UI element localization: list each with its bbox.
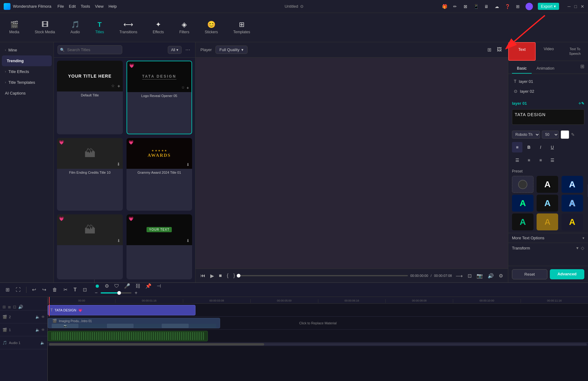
track1-eye-icon[interactable]: 👁 [41, 328, 45, 332]
audio1-speaker-icon[interactable]: 🔈 [40, 341, 45, 345]
toolbar-templates[interactable]: ⊞ Templates [230, 19, 253, 36]
tl-snap-icon[interactable]: 📌 [143, 282, 153, 290]
panel-title-templates[interactable]: › Title Templates [0, 77, 54, 88]
more-text-options[interactable]: More Text Options ▾ [508, 233, 588, 243]
arrow-right-icon[interactable]: ⟶ [454, 272, 464, 280]
layer-02-item[interactable]: ⊙ layer 02 [511, 86, 586, 96]
tl-zoom-track[interactable] [101, 292, 131, 294]
tl-video-clip[interactable]: 🎬 Imaging Produ...Intro 01 📷 [48, 318, 220, 328]
toolbar-audio[interactable]: 🎵 Audio [67, 19, 83, 36]
title-card-film-ending[interactable]: 💗 🏔 ⬇ Film Ending Credits Title 10 [57, 138, 123, 210]
tl-clip-icon[interactable]: ⊡ [81, 286, 89, 294]
pen-icon[interactable]: ✏ [452, 4, 458, 9]
curly-right-button[interactable]: } [232, 272, 236, 280]
title-card-6[interactable]: 💗 YOUR TEXT ⬇ [127, 214, 192, 279]
film-ending-download-icon[interactable]: ⬇ [117, 162, 120, 167]
user-avatar[interactable] [526, 3, 533, 10]
tl-trash-icon[interactable]: 🗑 [50, 286, 59, 294]
snapshot-icon[interactable]: 📷 [475, 272, 484, 280]
toolbar-effects[interactable]: ✦ Effects [150, 19, 167, 36]
settings-icon[interactable]: ⚙ [497, 272, 504, 280]
layer-01-item[interactable]: T layer 01 [511, 76, 586, 86]
track1-speaker-icon[interactable]: 🔈 [35, 328, 40, 332]
preset-7[interactable]: A [537, 213, 558, 230]
tl-text-icon[interactable]: T [72, 286, 79, 294]
font-family-select[interactable]: Roboto Th [512, 131, 540, 139]
transform-row[interactable]: Transform ▾ ◇ [508, 243, 588, 253]
minimize-button[interactable]: ─ [568, 4, 571, 9]
tl-audio-clip[interactable] [48, 331, 208, 341]
timeline-content[interactable]: 00:00 00:00:01:16 00:00:03:08 00:00:05:0… [48, 297, 588, 381]
sub-tab-extra-icon[interactable]: ⊞ [580, 63, 584, 74]
tl-split-icon[interactable]: ⊣ [155, 282, 163, 290]
tl-playhead[interactable] [49, 297, 50, 303]
sub-tab-animation[interactable]: Animation [532, 63, 559, 74]
titles-filter[interactable]: All ▾ [168, 46, 182, 54]
menu-edit[interactable]: Edit [69, 4, 76, 9]
preview-icon[interactable]: 🖼 [496, 46, 503, 54]
text-content-input[interactable] [512, 109, 584, 125]
progress-bar[interactable] [239, 275, 408, 276]
tl-record-icon[interactable]: ⏺ [93, 282, 102, 290]
question-icon[interactable]: ❓ [505, 4, 510, 9]
font-color-picker[interactable] [561, 130, 569, 139]
toolbar-stock-media[interactable]: 🎞 Stock Media [32, 19, 58, 36]
title-card-grammy[interactable]: 💗 ★ ★ ★ ★ ★ AWARDS ⬇ Grammy Award 2024 T… [127, 138, 192, 210]
align-center-button[interactable]: ≡ [524, 155, 534, 165]
tl-zoom-plus-icon[interactable]: + [133, 289, 139, 297]
tl-layout-icon[interactable]: ⊞ [4, 286, 11, 294]
title-card-5[interactable]: 💗 🏔 ⬇ [57, 214, 123, 279]
logo-reveal-star-icon[interactable]: ☆ [181, 85, 185, 90]
toolbar-stickers[interactable]: 😊 Stickers [202, 19, 221, 36]
color-picker-icon[interactable]: ✎ [571, 132, 575, 137]
card6-download-icon[interactable]: ⬇ [186, 238, 190, 243]
format-bold-button[interactable]: B [524, 142, 534, 152]
align-right-button[interactable]: ≡ [535, 155, 546, 165]
maximize-button[interactable]: □ [574, 4, 577, 9]
preset-1[interactable]: A [537, 176, 558, 193]
tab-video[interactable]: Video [536, 42, 562, 61]
toolbar-filters[interactable]: ◈ Filters [176, 19, 192, 36]
tl-zoom-minus-icon[interactable]: − [93, 289, 99, 297]
skip-back-button[interactable]: ⏮ [199, 272, 207, 280]
phone-icon[interactable]: 📱 [473, 4, 479, 9]
edit-ai-icon[interactable]: ✧✎ [578, 101, 584, 106]
preset-empty[interactable] [512, 176, 534, 193]
tl-pip-icon[interactable]: ⊡ [13, 305, 16, 309]
multi-view-icon[interactable]: ⊞ [486, 46, 493, 54]
title-card-logo-reveal[interactable]: 💗 TATA DESIGN ☆ + Logo Reveal Opener 05 [127, 61, 192, 134]
preset-6[interactable]: A [512, 213, 534, 230]
tl-redo-icon[interactable]: ↪ [40, 286, 48, 294]
panel-ai-captions[interactable]: AI Captions [0, 88, 54, 99]
tl-title-clip[interactable]: T TATA DESIGN 💗 [48, 305, 195, 315]
screen-icon[interactable]: 🖥 [484, 4, 489, 9]
preset-8[interactable]: A [562, 213, 583, 230]
tl-audio-add-icon[interactable]: 🔊 [18, 305, 23, 309]
reset-button[interactable]: Reset [512, 269, 547, 279]
titles-more-button[interactable]: ⋯ [184, 46, 191, 54]
share-icon[interactable]: ⊠ [463, 4, 468, 9]
volume-icon[interactable]: 🔊 [486, 272, 495, 280]
format-underline-button[interactable]: U [547, 142, 558, 152]
preset-4[interactable]: A [537, 195, 558, 212]
multi-screen-icon[interactable]: ⊡ [466, 272, 473, 280]
advanced-button[interactable]: Advanced [550, 269, 585, 279]
stop-button[interactable]: ■ [218, 272, 223, 280]
preset-2[interactable]: A [562, 176, 583, 193]
tl-settings-icon[interactable]: ⚙ [103, 282, 111, 290]
tl-undo-icon[interactable]: ↩ [30, 286, 38, 294]
transform-diamond-icon[interactable]: ◇ [581, 245, 584, 250]
toolbar-transitions[interactable]: ⟷ Transitions [116, 19, 140, 36]
tl-shield-icon[interactable]: 🛡 [112, 282, 121, 290]
format-italic-button[interactable]: I [535, 142, 546, 152]
tl-cut-icon[interactable]: ✂ [62, 286, 69, 294]
curly-left-button[interactable]: { [226, 272, 230, 280]
tl-mic-icon[interactable]: 🎤 [122, 282, 132, 290]
format-spacing-button[interactable]: ≡ [512, 142, 522, 152]
tl-add-layer-icon[interactable]: ⊞ [2, 305, 6, 309]
grammy-download-icon[interactable]: ⬇ [186, 162, 190, 167]
menu-view[interactable]: View [95, 4, 103, 9]
cloud-icon[interactable]: ☁ [494, 4, 500, 9]
search-input[interactable] [58, 45, 122, 54]
export-button[interactable]: Export ▾ [538, 3, 559, 10]
